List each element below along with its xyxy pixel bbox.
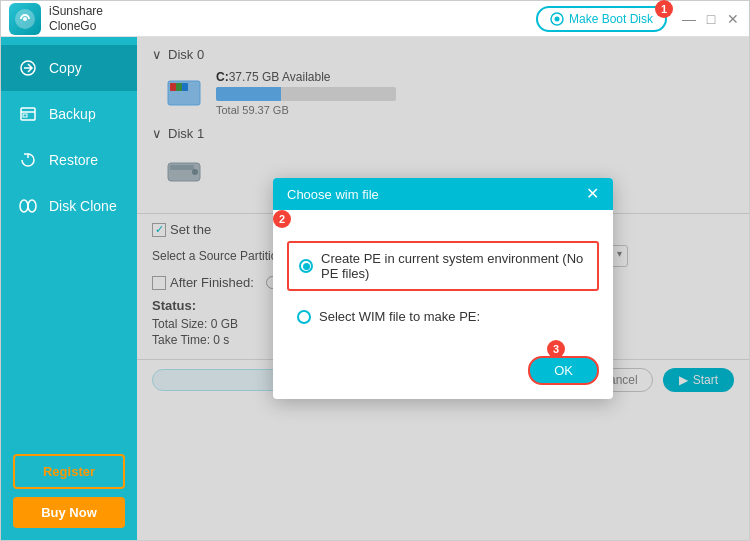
sidebar-bottom: Register Buy Now bbox=[1, 442, 137, 540]
modal-radio2 bbox=[297, 310, 311, 324]
restore-icon bbox=[17, 149, 39, 171]
modal-overlay: Choose wim file ✕ 2 Create PE in current… bbox=[137, 37, 749, 540]
modal-radio1 bbox=[299, 259, 313, 273]
make-boot-disk-button[interactable]: Make Boot Disk 1 bbox=[536, 6, 667, 32]
disk-clone-label: Disk Clone bbox=[49, 198, 117, 214]
app-window: iSunshare CloneGo Make Boot Disk 1 — □ ✕ bbox=[0, 0, 750, 541]
minimize-button[interactable]: — bbox=[681, 11, 697, 27]
copy-icon bbox=[17, 57, 39, 79]
disk-clone-icon bbox=[17, 195, 39, 217]
svg-point-3 bbox=[554, 16, 559, 21]
copy-label: Copy bbox=[49, 60, 82, 76]
modal-option2-text: Select WIM file to make PE: bbox=[319, 309, 480, 324]
badge-1: 1 bbox=[655, 0, 673, 18]
sidebar-item-copy[interactable]: Copy bbox=[1, 45, 137, 91]
sidebar-nav: Copy Backup bbox=[1, 37, 137, 442]
maximize-button[interactable]: □ bbox=[703, 11, 719, 27]
make-boot-label: Make Boot Disk bbox=[569, 12, 653, 26]
badge-3: 3 bbox=[547, 340, 565, 358]
title-bar: iSunshare CloneGo Make Boot Disk 1 — □ ✕ bbox=[1, 1, 749, 37]
register-button[interactable]: Register bbox=[13, 454, 125, 489]
app-logo bbox=[9, 3, 41, 35]
sidebar: Copy Backup bbox=[1, 37, 137, 540]
modal-title: Choose wim file bbox=[287, 187, 379, 202]
modal-header: Choose wim file ✕ bbox=[273, 178, 613, 210]
restore-label: Restore bbox=[49, 152, 98, 168]
modal-body: 2 Create PE in current system environmen… bbox=[273, 210, 613, 348]
backup-icon bbox=[17, 103, 39, 125]
title-bar-left: iSunshare CloneGo bbox=[9, 3, 103, 35]
content-area: ∨ Disk 0 bbox=[137, 37, 749, 540]
svg-point-1 bbox=[23, 17, 27, 21]
modal-footer: 3 OK bbox=[273, 348, 613, 399]
main-layout: Copy Backup bbox=[1, 37, 749, 540]
modal-option1[interactable]: Create PE in current system environment … bbox=[287, 241, 599, 291]
buy-now-button[interactable]: Buy Now bbox=[13, 497, 125, 528]
boot-disk-icon bbox=[550, 12, 564, 26]
sidebar-item-backup[interactable]: Backup bbox=[1, 91, 137, 137]
modal-option2[interactable]: Select WIM file to make PE: bbox=[287, 301, 599, 332]
window-controls: — □ ✕ bbox=[681, 11, 741, 27]
svg-point-8 bbox=[28, 200, 36, 212]
sidebar-item-restore[interactable]: Restore bbox=[1, 137, 137, 183]
modal-close-button[interactable]: ✕ bbox=[586, 186, 599, 202]
badge-2: 2 bbox=[273, 210, 291, 228]
close-button[interactable]: ✕ bbox=[725, 11, 741, 27]
title-bar-right: Make Boot Disk 1 — □ ✕ bbox=[536, 6, 741, 32]
modal-ok-button[interactable]: OK bbox=[528, 356, 599, 385]
svg-point-7 bbox=[20, 200, 28, 212]
modal-option1-text: Create PE in current system environment … bbox=[321, 251, 587, 281]
backup-label: Backup bbox=[49, 106, 96, 122]
app-title-text: iSunshare CloneGo bbox=[49, 4, 103, 33]
choose-wim-modal: Choose wim file ✕ 2 Create PE in current… bbox=[273, 178, 613, 399]
svg-rect-6 bbox=[23, 114, 27, 117]
sidebar-item-disk-clone[interactable]: Disk Clone bbox=[1, 183, 137, 229]
